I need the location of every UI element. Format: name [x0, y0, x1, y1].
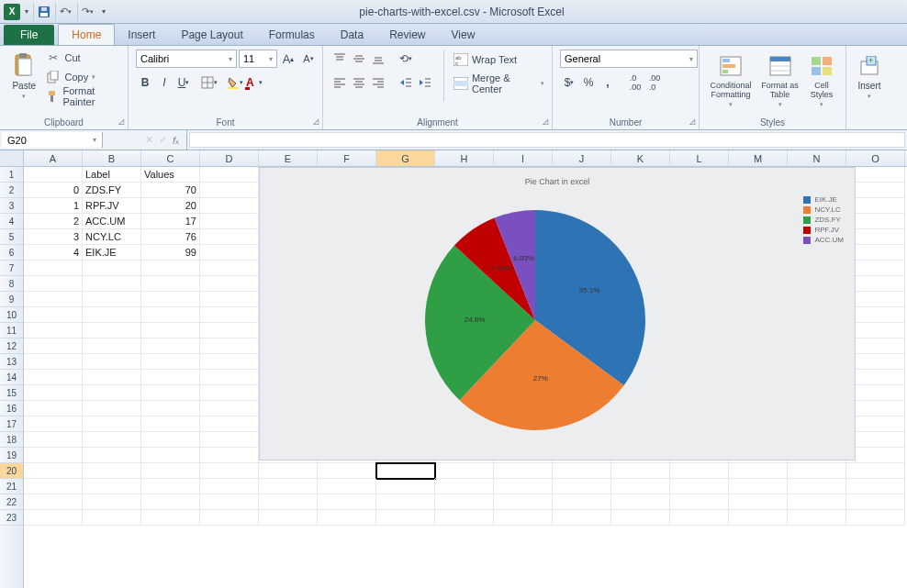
cell-A6[interactable]: 4: [24, 245, 83, 261]
cell-D6[interactable]: [200, 245, 259, 261]
cell-J23[interactable]: [553, 510, 611, 526]
font-size-combo[interactable]: 11▾: [239, 50, 277, 68]
row-header-7[interactable]: 7: [0, 261, 23, 276]
cell-K20[interactable]: [611, 463, 670, 479]
row-header-6[interactable]: 6: [0, 245, 23, 261]
cell-A8[interactable]: [24, 276, 83, 292]
cell-C3[interactable]: 20: [141, 198, 200, 214]
row-header-9[interactable]: 9: [0, 292, 23, 307]
cell-L21[interactable]: [670, 479, 729, 494]
row-header-8[interactable]: 8: [0, 276, 23, 292]
cell-O20[interactable]: [846, 463, 905, 479]
cell-D10[interactable]: [200, 307, 259, 323]
cell-C1[interactable]: Values: [141, 167, 200, 183]
cell-H20[interactable]: [435, 463, 494, 479]
select-all-corner[interactable]: [0, 150, 24, 166]
cell-C10[interactable]: [141, 307, 200, 323]
cell-D4[interactable]: [200, 214, 259, 229]
cell-B4[interactable]: ACC.UM: [83, 214, 141, 229]
col-header-D[interactable]: D: [200, 150, 259, 166]
cell-A15[interactable]: [24, 385, 83, 401]
row-header-17[interactable]: 17: [0, 416, 23, 432]
comma-format-button[interactable]: ,: [599, 73, 617, 92]
cell-D15[interactable]: [200, 385, 259, 401]
cell-M23[interactable]: [729, 510, 788, 526]
cell-B17[interactable]: [83, 416, 141, 432]
clipboard-dialog-icon[interactable]: ◿: [118, 117, 124, 126]
cell-C14[interactable]: [141, 370, 200, 385]
row-header-14[interactable]: 14: [0, 370, 23, 385]
cell-O22[interactable]: [846, 494, 905, 510]
tab-view[interactable]: View: [439, 25, 488, 45]
shrink-font-button[interactable]: A▾: [299, 50, 318, 68]
col-header-F[interactable]: F: [318, 150, 376, 166]
font-color-button[interactable]: A▾: [245, 73, 263, 92]
cell-D2[interactable]: [200, 183, 259, 198]
cell-I23[interactable]: [494, 510, 553, 526]
merge-center-button[interactable]: Merge & Center ▾: [454, 75, 544, 92]
cell-L22[interactable]: [670, 494, 729, 510]
cell-A16[interactable]: [24, 401, 83, 416]
cell-G22[interactable]: [376, 494, 435, 510]
cell-A18[interactable]: [24, 432, 83, 448]
cell-G23[interactable]: [376, 510, 435, 526]
row-header-23[interactable]: 23: [0, 510, 23, 526]
cell-L20[interactable]: [670, 463, 729, 479]
enter-icon[interactable]: ✓: [159, 134, 167, 146]
cell-K23[interactable]: [611, 510, 670, 526]
cell-C6[interactable]: 99: [141, 245, 200, 261]
row-header-12[interactable]: 12: [0, 338, 23, 354]
row-header-11[interactable]: 11: [0, 323, 23, 338]
cell-B21[interactable]: [83, 479, 141, 494]
cell-D11[interactable]: [200, 323, 259, 338]
cell-A1[interactable]: [24, 167, 83, 183]
font-name-combo[interactable]: Calibri▾: [136, 50, 237, 68]
conditional-formatting-button[interactable]: Conditional Formatting▾: [707, 50, 755, 108]
cell-D12[interactable]: [200, 338, 259, 354]
italic-button[interactable]: I: [155, 73, 174, 92]
cell-D20[interactable]: [200, 463, 259, 479]
cell-J20[interactable]: [553, 463, 611, 479]
cell-D19[interactable]: [200, 448, 259, 463]
tab-page-layout[interactable]: Page Layout: [168, 25, 255, 45]
row-header-10[interactable]: 10: [0, 307, 23, 323]
cut-button[interactable]: ✂Cut: [46, 50, 120, 66]
cell-N22[interactable]: [788, 494, 846, 510]
cell-E23[interactable]: [259, 510, 318, 526]
cell-B20[interactable]: [83, 463, 141, 479]
grow-font-button[interactable]: A▴: [279, 50, 297, 68]
tab-formulas[interactable]: Formulas: [256, 25, 328, 45]
cell-A7[interactable]: [24, 261, 83, 276]
cell-C11[interactable]: [141, 323, 200, 338]
cell-C17[interactable]: [141, 416, 200, 432]
decrease-decimal-button[interactable]: .00.0: [645, 73, 664, 92]
col-header-J[interactable]: J: [553, 150, 611, 166]
cell-K21[interactable]: [611, 479, 670, 494]
app-menu-chevron-icon[interactable]: ▾: [22, 7, 31, 16]
row-header-16[interactable]: 16: [0, 401, 23, 416]
cell-B23[interactable]: [83, 510, 141, 526]
cell-N20[interactable]: [788, 463, 846, 479]
formula-input[interactable]: [189, 132, 905, 148]
cell-G21[interactable]: [376, 479, 435, 494]
col-header-C[interactable]: C: [141, 150, 200, 166]
cell-M22[interactable]: [729, 494, 788, 510]
align-middle-button[interactable]: [350, 50, 368, 68]
cell-M21[interactable]: [729, 479, 788, 494]
cell-H22[interactable]: [435, 494, 494, 510]
row-header-18[interactable]: 18: [0, 432, 23, 448]
cell-C23[interactable]: [141, 510, 200, 526]
cell-O21[interactable]: [846, 479, 905, 494]
cell-A13[interactable]: [24, 354, 83, 370]
row-header-21[interactable]: 21: [0, 479, 23, 494]
col-header-A[interactable]: A: [24, 150, 83, 166]
col-header-H[interactable]: H: [435, 150, 494, 166]
align-center-button[interactable]: [350, 73, 368, 92]
align-left-button[interactable]: [330, 73, 349, 92]
cell-A4[interactable]: 2: [24, 214, 83, 229]
cell-A10[interactable]: [24, 307, 83, 323]
cell-D16[interactable]: [200, 401, 259, 416]
cell-D1[interactable]: [200, 167, 259, 183]
row-header-19[interactable]: 19: [0, 448, 23, 463]
col-header-I[interactable]: I: [494, 150, 553, 166]
